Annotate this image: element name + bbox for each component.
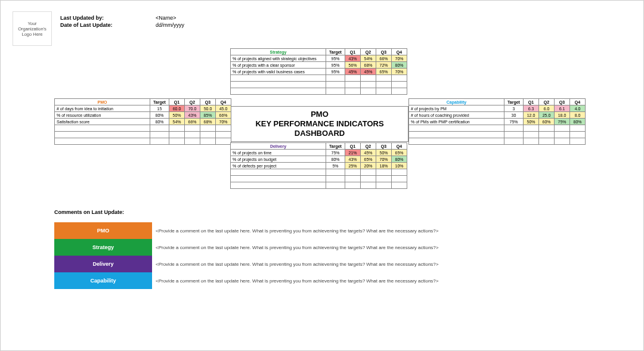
metric-name: Satisfaction score [55, 119, 150, 125]
header: Your Organization's Logo Here Last Updat… [13, 11, 184, 46]
q1-value: 6.3 [524, 105, 539, 112]
q2-value: 20% [361, 163, 376, 169]
q2-value: 45% [361, 150, 376, 156]
table-row-empty [231, 88, 407, 95]
pmo-title: PMO [55, 99, 150, 105]
target-value: 75% [326, 150, 345, 156]
table-row: % of projects aligned with strategic obj… [231, 55, 407, 62]
q4-value: 4.0 [570, 105, 586, 112]
table-row: # of hours of coaching provided3012.025.… [409, 112, 586, 119]
table-row-empty [231, 82, 407, 88]
target-value: 5% [326, 163, 345, 169]
q2-value: 54% [361, 55, 376, 62]
strategy-table: Strategy Target Q1 Q2 Q3 Q4 % of project… [230, 48, 407, 95]
q2-value: 6.0 [539, 105, 555, 112]
q2-value: 70.0 [185, 105, 200, 112]
q4-value: 45.0 [216, 105, 231, 112]
q3-value: 50% [376, 150, 392, 156]
target-value: 95% [326, 55, 345, 62]
comment-row-capability: Capability <Provide a comment on the las… [54, 272, 579, 289]
table-row: % of defects per project5%25%20%18%10% [231, 163, 407, 169]
q4-value: 70% [392, 69, 407, 75]
q4-value: 80% [392, 156, 407, 163]
comment-text-delivery[interactable]: <Provide a comment on the last update he… [152, 256, 579, 272]
table-row-empty [231, 75, 407, 82]
updated-by-value: <Name> [156, 15, 177, 21]
q1-value: 50% [169, 112, 185, 119]
q3-value: 66% [376, 55, 392, 62]
q1-value: 50% [524, 119, 539, 125]
q1-value: 43% [345, 55, 361, 62]
comments-section: Comments on Last Update: PMO <Provide a … [54, 209, 579, 289]
metric-name: % of projects with a clear sponsor [231, 62, 326, 69]
target-value: 3 [504, 105, 524, 112]
comment-row-pmo: PMO <Provide a comment on the last updat… [54, 222, 579, 239]
table-row-empty [55, 125, 231, 132]
q2-value: 43% [185, 112, 200, 119]
pmo-table: PMO Target Q1 Q2 Q3 Q4 # of days from id… [54, 98, 231, 145]
q1-value: 45% [345, 69, 361, 75]
table-row-empty [231, 169, 407, 176]
table-row-empty [55, 138, 231, 145]
metric-name: % of resource utilization [55, 112, 150, 119]
page: Your Organization's Logo Here Last Updat… [0, 0, 644, 351]
metric-name: % of defects per project [231, 163, 326, 169]
title-line-2: KEY PERFORMANCE INDICATORS [231, 119, 408, 129]
comment-text-strategy[interactable]: <Provide a comment on the last update he… [152, 239, 579, 256]
q3-value: 75% [555, 119, 570, 125]
capability-title: Capability [409, 99, 504, 105]
q4-value: 80% [570, 119, 586, 125]
target-value: 95% [326, 69, 345, 75]
title-line-3: DASHBOARD [231, 129, 408, 138]
table-row: % of projects with a clear sponsor95%56%… [231, 62, 407, 69]
comment-label-capability: Capability [54, 272, 152, 289]
metric-name: # of days from idea to initiation [55, 105, 150, 112]
comment-text-pmo[interactable]: <Provide a comment on the last update he… [152, 222, 579, 239]
q4-value: 70% [392, 55, 407, 62]
update-date-label: Date of Last Update: [60, 22, 156, 28]
comment-text-capability[interactable]: <Provide a comment on the last update he… [152, 272, 579, 289]
q2-value: 45% [361, 69, 376, 75]
delivery-title: Delivery [231, 143, 326, 150]
comment-label-strategy: Strategy [54, 239, 152, 256]
q1-value: 12.0 [524, 112, 539, 119]
strategy-title: Strategy [231, 49, 326, 55]
q4-value: 70% [216, 119, 231, 125]
q3-value: 72% [376, 62, 392, 69]
metric-name: % of projects with valid business cases [231, 69, 326, 75]
q3-value: 18% [376, 163, 392, 169]
metric-name: % of projects aligned with strategic obj… [231, 55, 326, 62]
q1-value: 60.0 [169, 105, 185, 112]
q2-value: 66% [185, 119, 200, 125]
capability-table: Capability Target Q1 Q2 Q3 Q4 # of proje… [408, 98, 586, 145]
q4-value: 65% [392, 150, 407, 156]
comment-label-delivery: Delivery [54, 256, 152, 272]
table-row: % of resource utilization80%50%43%85%66% [55, 112, 231, 119]
table-row: % of projects on budget80%43%65%70%80% [231, 156, 407, 163]
metric-name: % of projects on time [231, 150, 326, 156]
q1-value: 56% [345, 62, 361, 69]
metric-name: # of hours of coaching provided [409, 112, 504, 119]
target-value: 80% [150, 119, 169, 125]
target-value: 95% [326, 62, 345, 69]
table-row-empty [409, 132, 586, 138]
q3-value: 85% [200, 112, 216, 119]
table-row-empty [55, 132, 231, 138]
q4-value: 10% [392, 163, 407, 169]
metric-name: % of projects on budget [231, 156, 326, 163]
comments-title: Comments on Last Update: [54, 209, 579, 215]
q2-value: 25.0 [539, 112, 555, 119]
table-row-empty [231, 176, 407, 182]
logo-placeholder: Your Organization's Logo Here [13, 11, 52, 46]
comment-row-strategy: Strategy <Provide a comment on the last … [54, 239, 579, 256]
update-date-value: dd/mm/yyyy [156, 22, 184, 28]
q1-value: 21% [345, 150, 361, 156]
target-value: 30 [504, 112, 524, 119]
metric-name: # of projects by PM [409, 105, 504, 112]
comment-row-delivery: Delivery <Provide a comment on the last … [54, 256, 579, 272]
target-value: 15 [150, 105, 169, 112]
table-row: % of PMs with PMP certification75%50%60%… [409, 119, 586, 125]
q3-value: 18.0 [555, 112, 570, 119]
table-row: % of projects on time75%21%45%50%65% [231, 150, 407, 156]
table-row-empty [231, 182, 407, 189]
